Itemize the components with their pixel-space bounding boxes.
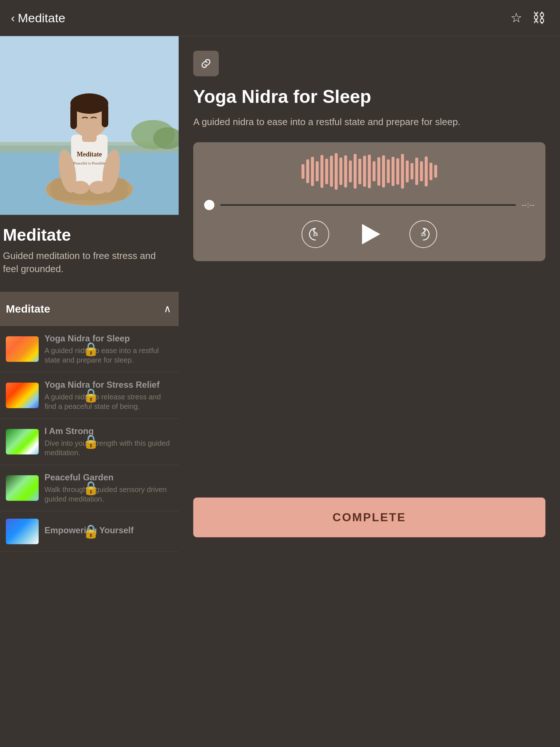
controls-row: 15 15 xyxy=(204,220,534,248)
complete-button[interactable]: COMPLETE xyxy=(193,498,545,537)
lock-icon: 🔒 xyxy=(83,524,179,539)
progress-knob[interactable] xyxy=(204,200,214,210)
program-desc: Guided meditation to free stress and fee… xyxy=(3,249,171,276)
item-thumbnail xyxy=(6,429,39,454)
progress-row: --:-- xyxy=(204,200,534,210)
accordion-header[interactable]: Meditate ∧ xyxy=(0,292,179,326)
audio-player: --:-- 15 xyxy=(193,142,545,261)
wave-bar xyxy=(396,158,399,185)
list-item[interactable]: Yoga Nidra for Stress Relief A guided ni… xyxy=(0,372,179,419)
svg-rect-16 xyxy=(70,104,77,129)
content-link-icon[interactable] xyxy=(193,51,219,76)
play-button[interactable] xyxy=(362,224,380,244)
wave-bar xyxy=(330,156,333,187)
item-thumbnail xyxy=(6,475,39,501)
svg-point-11 xyxy=(71,181,89,194)
header-right: ☆ ⛓ xyxy=(510,10,545,26)
back-button[interactable]: ‹ xyxy=(11,11,15,25)
item-thumbnail xyxy=(6,519,39,544)
wave-bar xyxy=(344,155,347,187)
chain-link-icon xyxy=(199,57,213,70)
rewind-15-icon: 15 xyxy=(307,226,323,242)
program-title: Meditate xyxy=(3,225,171,245)
wave-bar xyxy=(368,155,371,188)
wave-bar xyxy=(354,154,357,189)
wave-bar xyxy=(406,160,409,182)
svg-text:Peaceful is Possible: Peaceful is Possible xyxy=(73,161,105,165)
list-item[interactable]: I Am Strong Dive into your strength with… xyxy=(0,419,179,465)
right-panel: Yoga Nidra for Sleep A guided nidra to e… xyxy=(179,36,560,552)
wave-bar xyxy=(363,156,366,187)
header-left: ‹ Meditate xyxy=(11,11,65,25)
wave-bar xyxy=(387,159,390,183)
item-thumbnail xyxy=(6,336,39,362)
forward-15-icon: 15 xyxy=(415,226,431,242)
wave-bar xyxy=(358,159,361,184)
content-desc: A guided nidra to ease into a restful st… xyxy=(193,115,545,129)
wave-bar xyxy=(339,158,342,185)
wave-bar xyxy=(429,163,432,180)
progress-track[interactable] xyxy=(220,204,516,206)
wave-bar xyxy=(377,157,380,186)
wave-bar xyxy=(306,159,309,183)
wave-bar xyxy=(392,157,394,186)
content-title: Yoga Nidra for Sleep xyxy=(193,86,545,108)
wave-bar xyxy=(335,153,338,190)
accordion: Meditate ∧ Yoga Nidra for Sleep A guided… xyxy=(0,292,179,552)
wave-bar xyxy=(311,157,314,186)
wave-bar xyxy=(316,161,319,181)
wave-bar xyxy=(434,165,437,178)
list-item[interactable]: Empowering Yourself 🔒 xyxy=(0,511,179,552)
lock-icon: 🔒 xyxy=(83,388,179,403)
wave-bar xyxy=(382,155,385,187)
link-icon[interactable]: ⛓ xyxy=(532,10,545,26)
forward-button[interactable]: 15 xyxy=(409,220,437,248)
svg-text:15: 15 xyxy=(313,232,318,237)
wave-bar xyxy=(415,158,418,185)
wave-bar xyxy=(420,161,423,181)
bookmark-icon[interactable]: ☆ xyxy=(510,10,522,26)
wave-bar xyxy=(325,159,328,184)
header: ‹ Meditate ☆ ⛓ xyxy=(0,0,560,36)
left-panel: Meditate Peaceful is Possible Meditate G… xyxy=(0,36,179,552)
lock-icon: 🔒 xyxy=(83,434,179,449)
wave-bar xyxy=(302,164,304,179)
program-info: Meditate Guided meditation to free stres… xyxy=(0,215,179,283)
complete-section: COMPLETE xyxy=(193,476,545,537)
accordion-title: Meditate xyxy=(6,303,50,315)
list-item[interactable]: Peaceful Garden Walk through a guided se… xyxy=(0,465,179,511)
hero-image: Meditate Peaceful is Possible xyxy=(0,36,179,215)
main-content: Meditate Peaceful is Possible Meditate G… xyxy=(0,36,560,552)
wave-bar xyxy=(401,154,404,189)
item-thumbnail xyxy=(6,383,39,408)
wave-bar xyxy=(373,161,376,181)
waveform xyxy=(204,153,534,190)
rewind-button[interactable]: 15 xyxy=(302,220,329,248)
hero-illustration: Meditate Peaceful is Possible xyxy=(0,36,179,215)
svg-rect-8 xyxy=(71,135,108,186)
header-title: Meditate xyxy=(18,11,65,25)
lock-icon: 🔒 xyxy=(83,480,179,496)
progress-time: --:-- xyxy=(522,200,534,210)
chevron-up-icon: ∧ xyxy=(164,303,171,315)
wave-bar xyxy=(411,163,413,179)
list-item[interactable]: Yoga Nidra for Sleep A guided nidra to e… xyxy=(0,326,179,372)
svg-text:15: 15 xyxy=(421,232,426,237)
wave-bar xyxy=(425,156,428,186)
accordion-list: Yoga Nidra for Sleep A guided nidra to e… xyxy=(0,326,179,552)
wave-bar xyxy=(320,155,323,188)
wave-bar xyxy=(349,160,352,182)
svg-rect-17 xyxy=(102,104,108,127)
svg-text:Meditate: Meditate xyxy=(77,151,102,158)
lock-icon: 🔒 xyxy=(83,341,179,357)
svg-point-12 xyxy=(89,181,108,194)
